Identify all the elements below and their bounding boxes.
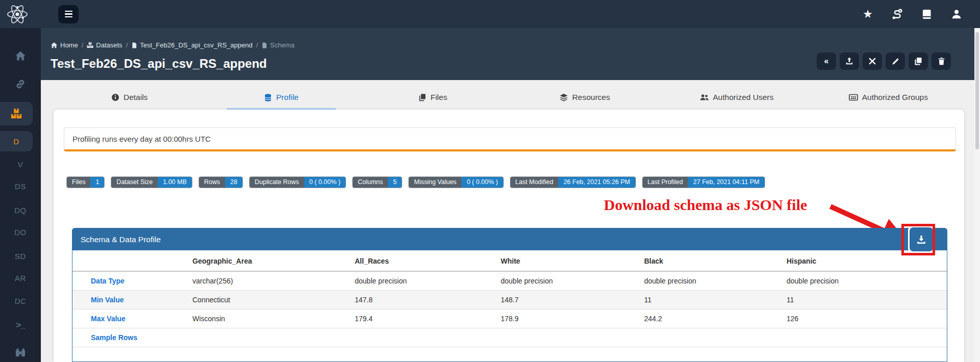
badge-missing-values: Missing Values0 ( 0.00% ) (408, 176, 503, 188)
tab-profile[interactable]: Profile (205, 85, 357, 110)
download-annotation-text: Download schema as JSON file (604, 196, 807, 214)
sidebar-item-d-label: D (13, 137, 19, 146)
badge-dataset-size: Dataset Size1.00 MB (111, 176, 192, 188)
empty-header-cell (72, 250, 188, 271)
breadcrumb-datasets-label: Datasets (96, 41, 122, 49)
tab-resources[interactable]: Resources (509, 85, 660, 110)
delete-button[interactable] (932, 53, 951, 70)
sidebar-terminal-label: >_ (16, 320, 24, 330)
sidebar-terminal-icon[interactable]: >_ (0, 315, 41, 335)
datasets-boxes-icon (11, 108, 22, 119)
dataset-tabs: Details Profile Files Resources (54, 85, 964, 110)
schema-data-profile-panel: Schema & Data Profile Geographic_Area A (72, 228, 947, 362)
cell: 148.7 (497, 291, 640, 309)
badge-last-modified-label: Last Modified (510, 177, 558, 188)
table-row-max-value: Max Value Wisconsin 179.4 178.9 244.2 12… (72, 309, 947, 328)
breadcrumb-schema-label: Schema (270, 41, 295, 49)
row-label-max-value: Max Value (72, 309, 188, 328)
tab-details[interactable]: Details (54, 85, 205, 110)
breadcrumb-home-label: Home (60, 41, 78, 49)
badge-files-value: 1 (90, 177, 104, 188)
table-row-data-type: Data Type varchar(256) double precision … (72, 271, 947, 291)
breadcrumb-schema: Schema (261, 41, 295, 49)
cell (351, 328, 497, 347)
scrollbar-thumb[interactable] (975, 32, 979, 149)
sidebar-item-sd[interactable]: SD (0, 246, 41, 266)
menu-toggle-button[interactable] (58, 5, 79, 23)
tab-files[interactable]: Files (357, 85, 509, 110)
sidebar-item-dq[interactable]: DQ (0, 200, 41, 220)
badge-last-profiled-label: Last Profiled (643, 177, 688, 188)
cell (188, 328, 351, 347)
badge-columns-label: Columns (353, 177, 388, 188)
sidebar-binoculars-icon[interactable] (0, 343, 41, 362)
cell: varchar(256) (188, 271, 351, 291)
cell: double precision (782, 271, 947, 291)
badge-duplicate-rows-value: 0 ( 0.00% ) (304, 177, 346, 188)
pencil-icon (892, 58, 899, 65)
download-schema-button-wrap[interactable] (908, 226, 935, 253)
edit-button[interactable] (886, 53, 905, 70)
badge-last-modified: Last Modified26 Feb, 2021 05:26 PM (510, 176, 636, 188)
badge-dataset-size-value: 1.00 MB (158, 177, 192, 188)
tab-authorized-users-label: Authorized Users (713, 93, 774, 102)
tools-button[interactable] (863, 53, 882, 70)
cell: 11 (782, 291, 947, 309)
tab-authorized-users[interactable]: Authorized Users (660, 85, 812, 110)
alert-text: Profiling runs every day at 00:00hrs UTC (72, 135, 211, 143)
badge-last-modified-value: 26 Feb, 2021 05:26 PM (558, 177, 635, 188)
user-account-icon[interactable] (950, 8, 963, 20)
sidebar-item-ar[interactable]: AR (0, 268, 41, 288)
sidebar-item-dc[interactable]: DC (0, 291, 41, 311)
collapse-button[interactable]: « (817, 53, 836, 70)
row-label-min-value: Min Value (72, 291, 188, 309)
cell (640, 328, 782, 347)
breadcrumb-dataset-name-label: Test_Feb26_DS_api_csv_RS_append (140, 41, 252, 49)
tab-authorized-groups[interactable]: Authorized Groups (813, 85, 964, 110)
tab-details-label: Details (124, 93, 148, 102)
scrollbar[interactable] (974, 28, 980, 362)
badge-last-profiled-value: 27 Feb, 2021 04:11 PM (688, 177, 765, 188)
angles-left-icon: « (824, 57, 829, 66)
sidebar-item-do[interactable]: DO (0, 222, 41, 242)
sidebar-links-icon[interactable] (0, 74, 41, 94)
sidebar-item-ds[interactable]: DS (0, 176, 41, 196)
favorites-star-icon[interactable]: ★ (862, 8, 874, 20)
sidebar-item-d[interactable]: D (0, 131, 33, 151)
cell: double precision (351, 271, 497, 291)
breadcrumb-dataset-name[interactable]: Test_Feb26_DS_api_csv_RS_append (131, 41, 252, 49)
breadcrumb-datasets[interactable]: Datasets (87, 41, 122, 49)
navbar-right-icons: ★ (862, 8, 980, 20)
cell: double precision (640, 271, 782, 291)
sidebar-item-dc-label: DC (15, 297, 27, 305)
files-icon (419, 93, 426, 101)
docs-book-icon[interactable] (921, 8, 933, 20)
sidebar-home-icon[interactable] (0, 46, 41, 66)
badge-missing-values-label: Missing Values (409, 177, 461, 188)
cell: 244.2 (640, 309, 782, 328)
cell: 147.8 (351, 291, 497, 309)
col-all-races: All_Races (351, 250, 497, 271)
sidebar-datasets-item[interactable] (0, 102, 33, 125)
badge-duplicate-rows: Duplicate Rows0 ( 0.00% ) (249, 176, 346, 188)
upload-button[interactable] (840, 53, 859, 70)
left-sidebar: D V DS DQ DO SD AR DC >_ (0, 28, 41, 362)
table-row-sample-rows: Sample Rows (72, 328, 947, 347)
route-icon[interactable] (891, 8, 903, 20)
sidebar-item-v-label: V (18, 160, 23, 169)
breadcrumb-home[interactable]: Home (51, 41, 78, 49)
copy-button[interactable] (909, 53, 928, 70)
badge-dataset-size-label: Dataset Size (111, 177, 158, 188)
sidebar-item-v[interactable]: V (0, 154, 41, 174)
download-schema-button[interactable] (910, 227, 933, 251)
badge-last-profiled: Last Profiled27 Feb, 2021 04:11 PM (642, 176, 765, 188)
sidebar-item-do-label: DO (14, 228, 27, 237)
col-white: White (497, 250, 640, 271)
col-hispanic: Hispanic (782, 250, 947, 271)
badge-rows: Rows28 (199, 176, 243, 188)
user-group-icon (700, 93, 709, 101)
breadcrumb-separator: / (256, 41, 258, 49)
badge-rows-value: 28 (225, 177, 242, 188)
profile-content-card: Profiling runs every day at 00:00hrs UTC… (54, 110, 964, 362)
tab-authorized-groups-label: Authorized Groups (862, 93, 928, 102)
